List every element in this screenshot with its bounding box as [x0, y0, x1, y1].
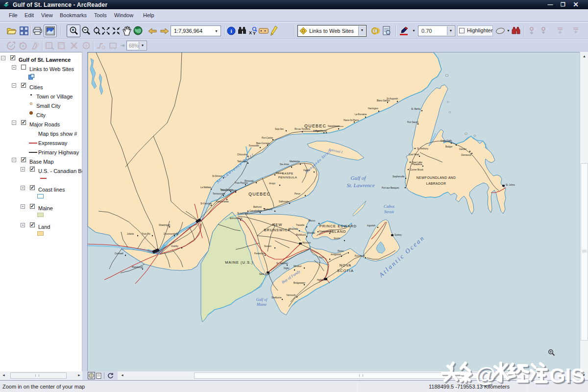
svg-text:Cabot: Cabot — [384, 204, 395, 209]
svg-text:i: i — [230, 28, 232, 34]
svg-text:Plattsburgh: Plattsburgh — [132, 266, 143, 269]
svg-text:Gaspe: Gaspe — [303, 169, 310, 172]
svg-text:Gulf of: Gulf of — [351, 175, 367, 181]
svg-text:Joliette: Joliette — [127, 233, 134, 235]
svg-text:St-Georges: St-Georges — [200, 202, 212, 205]
svg-text:Miscou: Miscou — [308, 220, 316, 222]
svg-text:Bridgewater: Bridgewater — [294, 282, 306, 284]
svg-text:GIS: GIS — [549, 364, 585, 387]
svg-text:Trois-Pistoles: Trois-Pistoles — [220, 189, 234, 191]
svg-text:Port Hawk: Port Hawk — [355, 255, 366, 257]
svg-text:Ingonish: Ingonish — [367, 224, 376, 227]
svg-text:GASPE: GASPE — [282, 172, 293, 175]
svg-text:Saint John: Saint John — [259, 273, 270, 275]
svg-text:Bathurst: Bathurst — [253, 206, 262, 208]
svg-text:St. Barbe: St. Barbe — [411, 108, 420, 110]
svg-text:Gulf of: Gulf of — [256, 297, 268, 302]
svg-text:Souris: Souris — [334, 237, 341, 240]
svg-text:Richibucto: Richibucto — [296, 234, 307, 236]
svg-text:Charlottetown: Charlottetown — [319, 230, 333, 233]
svg-text:Sydney: Sydney — [394, 234, 402, 236]
svg-text:Cow Head: Cow Head — [409, 153, 419, 156]
svg-text:St. Stephen: St. Stephen — [276, 262, 288, 265]
svg-text:Deer Lake: Deer Lake — [412, 161, 422, 164]
svg-text:Port Saund: Port Saund — [407, 121, 418, 123]
svg-text:Sept-Iles: Sept-Iles — [275, 128, 284, 130]
svg-text:Y: Y — [253, 31, 256, 35]
svg-text:BRUNSWICK: BRUNSWICK — [264, 228, 291, 232]
svg-text:Trois-Pistoles: Trois-Pistoles — [235, 182, 248, 184]
svg-text:Chicoutimi: Chicoutimi — [237, 153, 247, 156]
svg-text:Truro: Truro — [319, 256, 324, 259]
svg-text:Perce: Perce — [294, 193, 300, 195]
svg-text:Shawinigan: Shawinigan — [159, 224, 171, 226]
svg-text:Port aux Basques: Port aux Basques — [382, 187, 399, 189]
svg-text:Harrington: Harrington — [368, 107, 379, 110]
svg-text:Baie-Comeau: Baie-Comeau — [256, 142, 270, 145]
svg-text:Trois-Riv: Trois-Riv — [142, 233, 151, 235]
svg-text:PRINCE EDWARD: PRINCE EDWARD — [319, 224, 357, 228]
svg-text:Forestville: Forestville — [249, 145, 259, 147]
svg-text:Moncton: Moncton — [302, 242, 311, 244]
svg-text:Windsor: Windsor — [294, 265, 302, 268]
svg-text:St. Lawrence: St. Lawrence — [346, 182, 374, 188]
svg-text:Matane: Matane — [276, 172, 284, 174]
svg-text:NEWFOUNDLAND AND: NEWFOUNDLAND AND — [416, 176, 456, 179]
svg-text:LABRADOR: LABRADOR — [426, 182, 446, 185]
svg-text:St. Anthony: St. Anthony — [417, 147, 429, 150]
svg-text:Maine: Maine — [256, 302, 267, 307]
svg-text:Badger: Badger — [445, 146, 453, 148]
svg-text:QUEBEC: QUEBEC — [248, 192, 270, 196]
svg-text:Granby: Granby — [171, 245, 179, 247]
svg-text:Strait: Strait — [384, 209, 394, 214]
svg-text:Shelburne: Shelburne — [271, 296, 282, 299]
svg-text:Yarmouth: Yarmouth — [286, 294, 296, 296]
svg-text:Riv-au-Tonnerre: Riv-au-Tonnerre — [294, 128, 311, 130]
svg-text:Amqui: Amqui — [269, 182, 275, 185]
svg-text:Drummondville: Drummondville — [164, 233, 179, 235]
svg-text:Kamouraska: Kamouraska — [216, 200, 229, 203]
svg-text:Blanc-Sablon: Blanc-Sablon — [377, 99, 390, 102]
svg-text:MAINE (U.S.): MAINE (U.S.) — [225, 260, 253, 265]
svg-text:Tadoussac: Tadoussac — [237, 160, 248, 163]
svg-text:St-Leonard: St-Leonard — [237, 212, 248, 215]
svg-text:Port-Cartier: Port-Cartier — [262, 137, 273, 139]
svg-text:X: X — [249, 30, 252, 35]
svg-text:La Romaine: La Romaine — [355, 113, 367, 116]
svg-text:Sussex: Sussex — [264, 245, 272, 247]
svg-text:St. Johns: St. Johns — [506, 184, 515, 186]
svg-text:Cornwall: Cornwall — [115, 252, 123, 255]
svg-text:Antigonish: Antigonish — [331, 253, 342, 256]
svg-text:Halifax: Halifax — [317, 279, 324, 281]
svg-text:St-Simeon: St-Simeon — [212, 175, 223, 177]
svg-text:Digby: Digby — [284, 267, 290, 270]
svg-text:Shediac: Shediac — [307, 232, 316, 234]
svg-text:Grand Falls: Grand Falls — [441, 140, 452, 142]
svg-text:Miramichi: Miramichi — [289, 228, 298, 230]
svg-text:La Malbaie: La Malbaie — [200, 186, 212, 189]
svg-text:Campbellton: Campbellton — [249, 210, 262, 212]
svg-text:Edmundston: Edmundston — [230, 217, 243, 220]
svg-text:NOVA: NOVA — [340, 263, 352, 268]
svg-text:Tracadie: Tracadie — [296, 224, 305, 226]
svg-text:Fredericton: Fredericton — [254, 252, 266, 255]
svg-text:Gander: Gander — [459, 148, 467, 150]
svg-text:Port-Menier: Port-Menier — [316, 130, 327, 132]
svg-text:SCOTIA: SCOTIA — [337, 269, 354, 273]
svg-text:Dalhousie: Dalhousie — [279, 200, 289, 203]
svg-text:Natashquan: Natashquan — [328, 125, 340, 127]
svg-text:Temiscouata: Temiscouata — [213, 193, 225, 195]
svg-text:Pictou: Pictou — [338, 250, 344, 252]
svg-text:Bathurst: Bathurst — [264, 208, 273, 211]
svg-text:Madeleine: Madeleine — [290, 160, 300, 163]
svg-text:NEW: NEW — [272, 222, 283, 227]
svg-text:Glenwood: Glenwood — [461, 154, 471, 156]
svg-text:Stephenville: Stephenville — [392, 175, 405, 178]
svg-text:Havre-St-Pierre: Havre-St-Pierre — [343, 119, 359, 122]
svg-text:Corner Brook: Corner Brook — [410, 169, 424, 171]
svg-text:Ste-Anne: Ste-Anne — [280, 163, 289, 166]
svg-text:PENINSULA: PENINSULA — [278, 176, 297, 179]
